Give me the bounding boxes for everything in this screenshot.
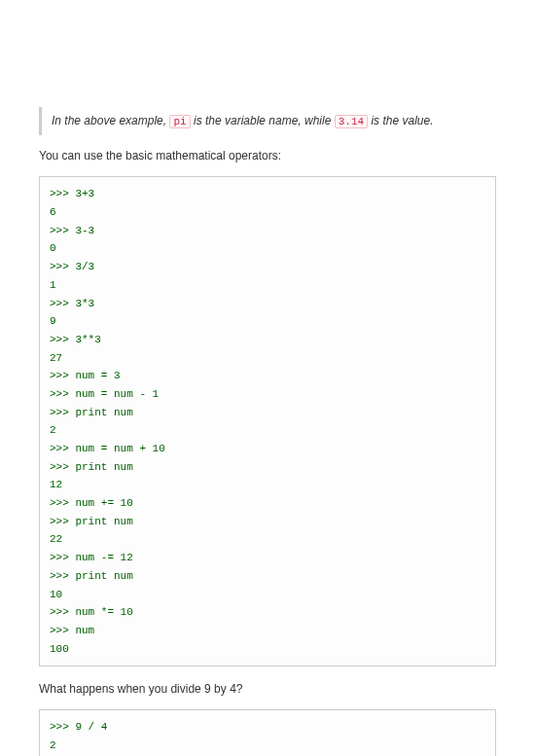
note-text-prefix: In the above example, (52, 114, 169, 127)
note-text-mid: is the variable name, while (191, 114, 335, 127)
paragraph-operators-intro: You can use the basic mathematical opera… (39, 147, 496, 164)
note-text-suffix: is the value. (368, 114, 433, 127)
inline-code-pi: pi (169, 115, 190, 128)
paragraph-divide-question: What happens when you divide 9 by 4? (39, 680, 496, 698)
note-callout: In the above example, pi is the variable… (39, 107, 496, 135)
page-content: In the above example, pi is the variable… (0, 0, 535, 756)
code-block-division: >>> 9 / 4 2 (39, 709, 496, 756)
inline-code-value: 3.14 (335, 115, 368, 128)
code-block-operators: >>> 3+3 6 >>> 3-3 0 >>> 3/3 1 >>> 3*3 9 … (39, 176, 496, 666)
